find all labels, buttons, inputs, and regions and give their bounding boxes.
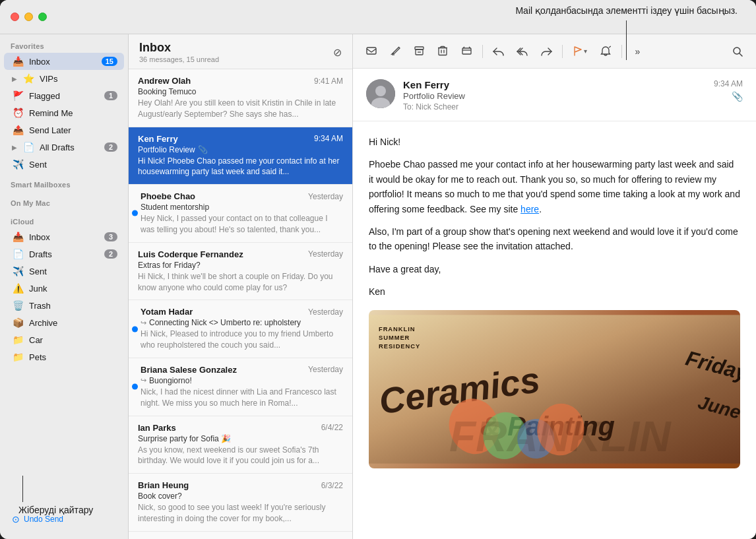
forwarded-icon-yotam: ↪ — [141, 319, 146, 327]
reply-toolbar-button[interactable] — [488, 41, 509, 62]
email-header: Ken Ferry Portfolio Review To: Nick Sche… — [353, 69, 756, 121]
subject-andrew-olah: Booking Temuco — [138, 87, 343, 96]
email-paragraph-1: Phoebe Chao passed me your contact info … — [369, 157, 740, 216]
unread-dot-yotam — [132, 326, 138, 332]
inbox-badge: 15 — [102, 57, 117, 66]
svg-text:RESIDENCY: RESIDENCY — [379, 343, 420, 350]
sidebar-item-icloud-archive[interactable]: 📦 Archive — [4, 314, 124, 331]
drafts-chevron-icon: ▶ — [12, 144, 17, 151]
new-message-button[interactable] — [361, 41, 382, 62]
email-closing-1: Have a great day, — [369, 262, 740, 276]
sender-andrew-olah: Andrew Olah — [138, 76, 191, 86]
sender-yotam: Yotam Hadar — [141, 307, 193, 317]
sidebar-item-icloud-sent-label: Sent — [29, 267, 117, 276]
archive-toolbar-button[interactable] — [408, 41, 429, 62]
message-item-brian-heung[interactable]: Brian Heung 6/3/22 Book cover? Nick, so … — [129, 474, 352, 532]
sidebar-item-inbox[interactable]: 📥 Inbox 15 — [4, 53, 124, 70]
subject-yotam: ↪ Connecting Nick <> Umberto re: upholst… — [141, 318, 343, 327]
sidebar-item-remind-me[interactable]: ⏰ Remind Me — [4, 104, 124, 121]
junk-toolbar-button[interactable] — [456, 41, 477, 62]
svg-rect-3 — [439, 48, 447, 55]
sidebar-item-icloud-drafts[interactable]: 📄 Drafts 2 — [4, 245, 124, 263]
sidebar-item-inbox-label: Inbox — [29, 57, 96, 67]
icloud-inbox-icon: 📥 — [12, 232, 24, 242]
sidebar-item-icloud-pets[interactable]: 📁 Pets — [4, 348, 124, 365]
compose-button[interactable] — [385, 41, 406, 62]
close-button[interactable] — [11, 13, 19, 21]
sidebar-item-vips[interactable]: ▶ ⭐ VIPs — [4, 70, 124, 87]
icloud-junk-icon: ⚠️ — [12, 283, 24, 294]
sidebar-item-icloud-trash-label: Trash — [29, 301, 117, 311]
sidebar-item-sent-top[interactable]: ✈️ Sent — [4, 156, 124, 173]
sidebar-item-icloud-car[interactable]: 📁 Car — [4, 331, 124, 348]
message-item-phoebe-chao[interactable]: Phoebe Chao Yesterday Student mentorship… — [129, 185, 352, 243]
minimize-button[interactable] — [24, 13, 33, 21]
sidebar-item-icloud-junk-label: Junk — [29, 284, 117, 294]
sidebar-item-sent-top-label: Sent — [29, 160, 117, 170]
preview-brian-heung: Nick, so good to see you last week! If y… — [138, 502, 343, 524]
inbox-icon: 📥 — [12, 56, 24, 67]
sender-briana: Briana Salese Gonzalez — [141, 365, 237, 375]
send-later-icon: 📤 — [12, 125, 24, 135]
icloud-archive-icon: 📦 — [12, 317, 24, 328]
subject-luis: Extras for Friday? — [138, 261, 343, 270]
sidebar-item-all-drafts[interactable]: ▶ 📄 All Drafts 2 — [4, 139, 124, 156]
time-briana: Yesterday — [308, 365, 343, 374]
message-item-ian-parks[interactable]: Ian Parks 6/4/22 Surprise party for Sofi… — [129, 416, 352, 474]
all-drafts-badge: 2 — [104, 143, 117, 152]
sidebar-item-icloud-car-label: Car — [29, 335, 117, 345]
message-item-yotam[interactable]: Yotam Hadar Yesterday ↪ Connecting Nick … — [129, 300, 352, 358]
preview-ian-parks: As you know, next weekend is our sweet S… — [138, 445, 343, 467]
sidebar-item-icloud-drafts-label: Drafts — [29, 249, 99, 259]
sidebar-item-send-later[interactable]: 📤 Send Later — [4, 121, 124, 139]
portfolio-link[interactable]: here — [520, 204, 539, 214]
filter-icon[interactable]: ⊘ — [333, 46, 342, 59]
maximize-button[interactable] — [38, 13, 47, 21]
sent-top-icon: ✈️ — [12, 159, 24, 170]
undo-send-icon: ⊙ — [12, 514, 20, 524]
bottom-annotation: Жіберуді қайтару — [18, 476, 93, 515]
traffic-lights — [11, 13, 47, 21]
email-detail-panel: ▾ » — [353, 34, 756, 539]
email-header-info: Ken Ferry Portfolio Review To: Nick Sche… — [403, 79, 706, 111]
message-list-title: Inbox — [139, 41, 219, 55]
sender-ian-parks: Ian Parks — [138, 423, 176, 433]
message-item-briana[interactable]: Briana Salese Gonzalez Yesterday ↪ Buong… — [129, 358, 352, 416]
sidebar-item-icloud-junk[interactable]: ⚠️ Junk — [4, 280, 124, 297]
time-ken-ferry: 9:34 AM — [314, 134, 343, 143]
delete-toolbar-button[interactable] — [432, 41, 453, 62]
favorites-header: Favorites — [0, 34, 128, 53]
message-item-andrew-olah[interactable]: Andrew Olah 9:41 AM Booking Temuco Hey O… — [129, 69, 352, 127]
sidebar-item-icloud-trash[interactable]: 🗑️ Trash — [4, 297, 124, 314]
attachment-icon-ken-ferry: 📎 — [198, 145, 208, 154]
icloud-inbox-badge: 3 — [104, 232, 117, 241]
subject-ian-parks: Surprise party for Sofia 🎉 — [138, 434, 343, 443]
subject-brian-heung: Book cover? — [138, 491, 343, 501]
sidebar-item-flagged[interactable]: 🚩 Flagged 1 — [4, 87, 124, 104]
icloud-header: iCloud — [0, 210, 128, 228]
sidebar-item-icloud-pets-label: Pets — [29, 352, 117, 362]
email-paragraph-2: Also, I'm part of a group show that's op… — [369, 224, 740, 254]
sidebar-item-icloud-sent[interactable]: ✈️ Sent — [4, 263, 124, 280]
sidebar-item-flagged-label: Flagged — [29, 91, 99, 101]
message-list-panel: Inbox 36 messages, 15 unread ⊘ Andrew Ol… — [129, 34, 353, 539]
time-yotam: Yesterday — [308, 307, 343, 317]
svg-point-9 — [375, 86, 386, 96]
sender-ken-ferry: Ken Ferry — [138, 134, 178, 144]
vips-icon: ⭐ — [22, 73, 34, 84]
flagged-icon: 🚩 — [12, 90, 24, 101]
message-list: Andrew Olah 9:41 AM Booking Temuco Hey O… — [129, 69, 352, 539]
top-annotation: Mail қолданбасында элементті іздеу үшін … — [515, 4, 738, 60]
icloud-drafts-icon: 📄 — [12, 249, 24, 259]
undo-send-label: Undo Send — [24, 515, 63, 524]
sidebar-item-icloud-inbox[interactable]: 📥 Inbox 3 — [4, 228, 124, 245]
smart-mailboxes-header: Smart Mailboxes — [0, 173, 128, 191]
email-attachment-indicator: 📎 — [732, 91, 743, 102]
sidebar-item-remind-me-label: Remind Me — [29, 108, 117, 118]
message-list-subtitle: 36 messages, 15 unread — [139, 55, 219, 63]
subject-phoebe-chao: Student mentorship — [141, 203, 343, 212]
email-subject-line: Portfolio Review — [403, 91, 706, 101]
email-time: 9:34 AM — [714, 79, 743, 88]
message-item-luis[interactable]: Luis Coderque Fernandez Yesterday Extras… — [129, 243, 352, 301]
message-item-ken-ferry[interactable]: Ken Ferry 9:34 AM Portfolio Review 📎 Hi … — [129, 127, 352, 185]
